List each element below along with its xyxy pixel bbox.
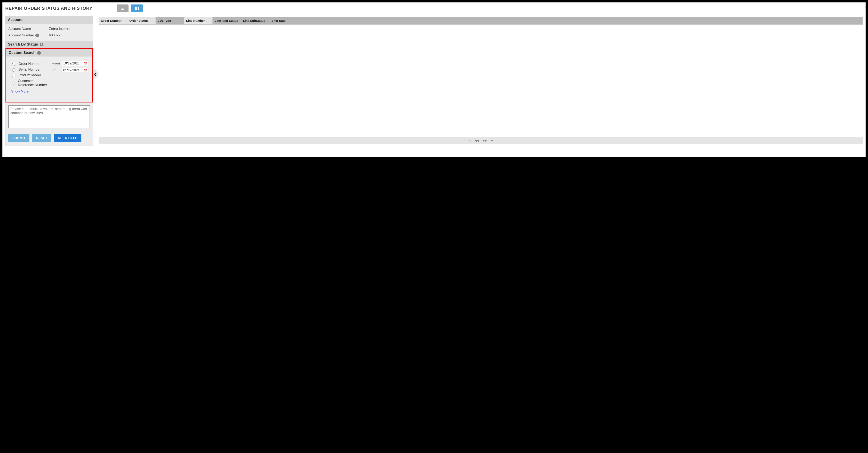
to-date-value: 01/19/2024 xyxy=(63,68,80,72)
radio-input[interactable] xyxy=(12,74,16,77)
radio-label: Order Number xyxy=(19,62,41,66)
account-number-row: Account Number i 6088923 xyxy=(8,32,90,39)
topbar: REPAIR ORDER STATUS AND HISTORY xyxy=(2,2,866,16)
column-header[interactable]: Ship Date xyxy=(270,17,863,24)
account-name-row: Account Name Zebra Internal xyxy=(8,26,90,32)
sidebar: Account Account Name Zebra Internal Acco… xyxy=(5,16,93,146)
svg-rect-2 xyxy=(138,7,139,10)
content: Account Account Name Zebra Internal Acco… xyxy=(2,16,866,149)
search-by-status-text: Search By Status xyxy=(8,42,38,47)
info-icon[interactable]: i xyxy=(37,51,41,55)
to-label: To xyxy=(52,68,60,73)
search-by-status-header[interactable]: Search By Status i xyxy=(5,41,93,48)
column-header[interactable]: Order Status xyxy=(127,17,156,24)
chevron-left-icon: ❮ xyxy=(94,73,97,76)
svg-rect-1 xyxy=(136,7,137,10)
show-more-link[interactable]: Show More xyxy=(11,88,29,93)
account-name-label: Account Name xyxy=(8,27,49,31)
custom-search-text: Custom Search xyxy=(9,51,35,55)
to-date-input[interactable]: 01/19/2024 📅 xyxy=(62,68,88,73)
column-header[interactable]: Line SubStatus xyxy=(241,17,270,24)
results-grid: Order NumberOrder StatusJob TypeLine Num… xyxy=(99,17,863,144)
radio-customer-reference[interactable]: Customer Reference Number xyxy=(11,78,49,88)
account-header: Account xyxy=(5,16,93,24)
grid-header-row: Order NumberOrder StatusJob TypeLine Num… xyxy=(99,17,863,25)
pager: ⏮ ◀◀ ▶▶ ⏭ xyxy=(99,137,863,144)
radio-input[interactable] xyxy=(12,82,15,85)
to-date-row: To 01/19/2024 📅 xyxy=(52,68,88,73)
info-icon[interactable]: i xyxy=(35,33,39,37)
radio-label: Customer Reference Number xyxy=(18,79,49,87)
radio-column: Order Number Serial Number Product Model xyxy=(11,61,49,93)
submit-button[interactable]: SUBMIT xyxy=(8,134,29,142)
button-row: SUBMIT RESET NEED HELP xyxy=(5,129,93,146)
from-date-row: From 10/19/2023 📅 xyxy=(52,61,88,66)
from-date-value: 10/19/2023 xyxy=(63,62,80,65)
grid-body xyxy=(99,25,863,137)
column-header[interactable]: Order Number xyxy=(99,17,127,24)
radio-input[interactable] xyxy=(12,68,16,72)
radio-label: Product Model xyxy=(19,73,41,77)
reset-button[interactable]: RESET xyxy=(32,134,51,142)
download-button[interactable] xyxy=(117,4,128,12)
page-title: REPAIR ORDER STATUS AND HISTORY xyxy=(5,6,92,11)
account-name-value: Zebra Internal xyxy=(49,27,70,31)
radio-label: Serial Number xyxy=(19,67,41,72)
account-number-label: Account Number i xyxy=(8,33,49,37)
column-header[interactable]: Job Type xyxy=(156,17,184,24)
pager-first-icon[interactable]: ⏮ xyxy=(468,139,471,142)
collapse-sidebar-handle[interactable]: ❮ xyxy=(93,70,98,79)
columns-icon xyxy=(135,6,139,10)
calendar-icon: 📅 xyxy=(84,62,87,65)
pager-next-icon[interactable]: ▶▶ xyxy=(483,139,487,142)
download-icon xyxy=(121,6,125,10)
custom-search-header[interactable]: Custom Search i xyxy=(6,49,92,57)
columns-button[interactable] xyxy=(131,4,143,12)
pager-last-icon[interactable]: ⏭ xyxy=(491,139,494,142)
svg-rect-0 xyxy=(135,7,136,10)
from-date-input[interactable]: 10/19/2023 📅 xyxy=(62,61,88,66)
multi-value-input[interactable] xyxy=(8,105,90,128)
need-help-button[interactable]: NEED HELP xyxy=(54,134,82,142)
radio-serial-number[interactable]: Serial Number xyxy=(11,67,49,73)
custom-search-body: Order Number Serial Number Product Model xyxy=(6,57,92,102)
account-number-value: 6088923 xyxy=(49,33,62,37)
calendar-icon: 📅 xyxy=(84,69,87,72)
radio-input[interactable] xyxy=(12,63,16,66)
app-root: REPAIR ORDER STATUS AND HISTORY Account … xyxy=(2,2,866,157)
account-header-text: Account xyxy=(8,18,23,22)
date-column: From 10/19/2023 📅 To 01/19/2024 📅 xyxy=(52,61,88,93)
radio-product-model[interactable]: Product Model xyxy=(11,73,49,78)
multi-value-wrap xyxy=(5,103,93,129)
from-label: From xyxy=(52,61,60,65)
account-block: Account Name Zebra Internal Account Numb… xyxy=(5,24,93,41)
account-number-label-text: Account Number xyxy=(8,33,34,37)
radio-order-number[interactable]: Order Number xyxy=(11,61,49,67)
column-header[interactable]: Line Item Status xyxy=(213,17,241,24)
custom-search-highlight: Custom Search i Order Number Serial Numb… xyxy=(5,48,93,103)
info-icon[interactable]: i xyxy=(40,43,43,46)
column-header[interactable]: Line Number xyxy=(184,17,213,24)
pager-prev-icon[interactable]: ◀◀ xyxy=(474,139,479,142)
